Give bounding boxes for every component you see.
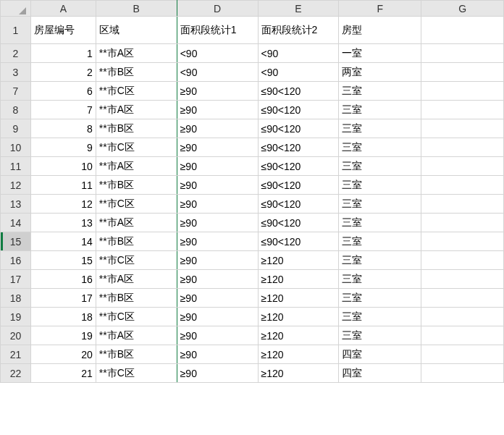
- row-header-1[interactable]: 1: [1, 17, 31, 44]
- cell[interactable]: [421, 82, 504, 101]
- row-header[interactable]: 9: [1, 119, 31, 138]
- cell[interactable]: **市B区: [96, 63, 177, 82]
- cell[interactable]: ≤90<120: [258, 82, 339, 101]
- cell[interactable]: ≥90: [177, 308, 258, 326]
- cell[interactable]: 17: [30, 289, 96, 308]
- cell[interactable]: [421, 251, 504, 270]
- row-header[interactable]: 2: [1, 44, 31, 63]
- cell[interactable]: ≤90<120: [258, 119, 339, 138]
- cell[interactable]: [421, 214, 504, 232]
- cell[interactable]: ≤90<120: [258, 214, 339, 232]
- cell[interactable]: 7: [30, 101, 96, 119]
- cell[interactable]: 三室: [339, 119, 421, 138]
- cell[interactable]: [421, 326, 504, 345]
- cell[interactable]: ≥120: [258, 345, 339, 364]
- cell[interactable]: **市A区: [96, 270, 177, 289]
- cell[interactable]: **市C区: [96, 138, 177, 157]
- cell[interactable]: [421, 195, 504, 214]
- cell[interactable]: ≥90: [177, 214, 258, 232]
- cell[interactable]: [421, 17, 504, 44]
- cell[interactable]: <90: [258, 44, 339, 63]
- cell[interactable]: ≤90<120: [258, 195, 339, 214]
- cell[interactable]: **市A区: [96, 44, 177, 63]
- cell[interactable]: [421, 176, 504, 195]
- cell[interactable]: 面积段统计2: [258, 17, 339, 44]
- cell[interactable]: <90: [177, 44, 258, 63]
- cell[interactable]: 三室: [339, 326, 421, 345]
- cell[interactable]: ≥90: [177, 364, 258, 383]
- cell[interactable]: [421, 345, 504, 364]
- cell[interactable]: ≥90: [177, 232, 258, 251]
- cell[interactable]: 2: [30, 63, 96, 82]
- cell[interactable]: 面积段统计1: [177, 17, 258, 44]
- cell[interactable]: ≤90<120: [258, 176, 339, 195]
- cell[interactable]: 三室: [339, 101, 421, 119]
- cell[interactable]: 三室: [339, 157, 421, 176]
- cell[interactable]: ≥120: [258, 326, 339, 345]
- cell[interactable]: 8: [30, 119, 96, 138]
- cell[interactable]: 三室: [339, 82, 421, 101]
- cell[interactable]: **市C区: [96, 82, 177, 101]
- cell[interactable]: [421, 138, 504, 157]
- row-header[interactable]: 10: [1, 138, 31, 157]
- row-header[interactable]: 13: [1, 195, 31, 214]
- row-header[interactable]: 20: [1, 326, 31, 345]
- col-header-G[interactable]: G: [421, 1, 504, 17]
- col-header-E[interactable]: E: [258, 1, 339, 17]
- cell[interactable]: <90: [258, 63, 339, 82]
- cell[interactable]: **市B区: [96, 176, 177, 195]
- cell[interactable]: 1: [30, 44, 96, 63]
- cell[interactable]: ≥90: [177, 157, 258, 176]
- cell[interactable]: ≥90: [177, 270, 258, 289]
- row-header[interactable]: 17: [1, 270, 31, 289]
- cell[interactable]: **市A区: [96, 101, 177, 119]
- cell[interactable]: 三室: [339, 289, 421, 308]
- cell[interactable]: ≥90: [177, 101, 258, 119]
- cell[interactable]: ≤90<120: [258, 232, 339, 251]
- col-header-B[interactable]: B: [96, 1, 177, 17]
- cell[interactable]: 12: [30, 195, 96, 214]
- cell[interactable]: [421, 364, 504, 383]
- cell[interactable]: [421, 308, 504, 326]
- cell[interactable]: **市A区: [96, 214, 177, 232]
- cell[interactable]: 11: [30, 176, 96, 195]
- cell[interactable]: **市B区: [96, 232, 177, 251]
- cell[interactable]: 三室: [339, 308, 421, 326]
- cell[interactable]: **市B区: [96, 345, 177, 364]
- cell[interactable]: [421, 289, 504, 308]
- cell[interactable]: ≥90: [177, 176, 258, 195]
- cell[interactable]: 房型: [339, 17, 421, 44]
- cell[interactable]: [421, 63, 504, 82]
- cell[interactable]: ≥90: [177, 82, 258, 101]
- col-header-D[interactable]: D: [177, 1, 258, 17]
- select-all-corner[interactable]: [1, 1, 31, 17]
- col-header-A[interactable]: A: [30, 1, 96, 17]
- cell[interactable]: ≥90: [177, 138, 258, 157]
- row-header[interactable]: 14: [1, 214, 31, 232]
- cell[interactable]: 6: [30, 82, 96, 101]
- col-header-F[interactable]: F: [339, 1, 421, 17]
- cell[interactable]: 房屋编号: [30, 17, 96, 44]
- cell[interactable]: 两室: [339, 63, 421, 82]
- cell[interactable]: 四室: [339, 364, 421, 383]
- cell[interactable]: ≥120: [258, 308, 339, 326]
- row-header-selected[interactable]: 15: [1, 232, 31, 251]
- cell[interactable]: ≥90: [177, 119, 258, 138]
- row-header[interactable]: 7: [1, 82, 31, 101]
- row-header[interactable]: 22: [1, 364, 31, 383]
- cell[interactable]: 14: [30, 232, 96, 251]
- row-header[interactable]: 12: [1, 176, 31, 195]
- cell[interactable]: 三室: [339, 232, 421, 251]
- cell[interactable]: 三室: [339, 176, 421, 195]
- cell[interactable]: 三室: [339, 270, 421, 289]
- cell[interactable]: **市C区: [96, 195, 177, 214]
- cell[interactable]: ≤90<120: [258, 138, 339, 157]
- cell[interactable]: **市C区: [96, 364, 177, 383]
- row-header[interactable]: 16: [1, 251, 31, 270]
- cell[interactable]: ≥90: [177, 195, 258, 214]
- row-header[interactable]: 19: [1, 308, 31, 326]
- cell[interactable]: ≥90: [177, 251, 258, 270]
- cell[interactable]: ≥90: [177, 326, 258, 345]
- cell[interactable]: 18: [30, 308, 96, 326]
- cell[interactable]: **市C区: [96, 308, 177, 326]
